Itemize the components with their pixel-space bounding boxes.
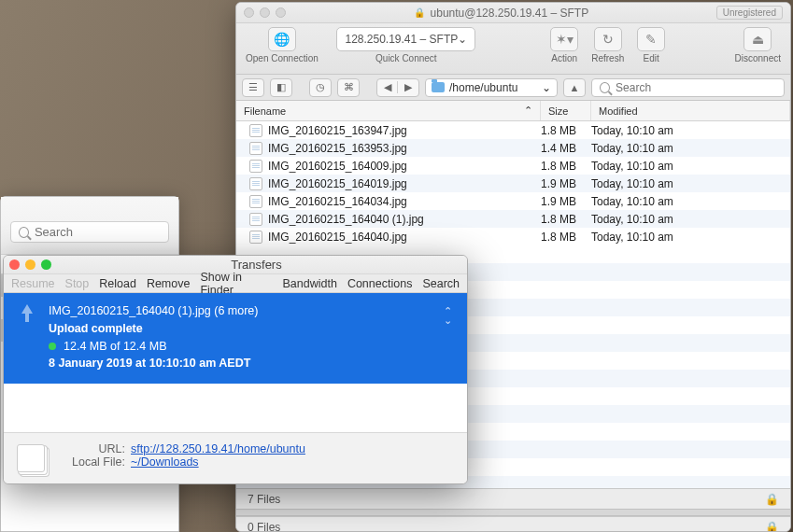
table-row[interactable]: IMG_20160215_163947.jpg1.8 MBToday, 10:1… — [236, 121, 790, 139]
gear-icon: ✶▾ — [550, 27, 578, 51]
quick-connect-select[interactable]: 128.250.19.41 – SFTP⌄ Quick Connect — [332, 27, 481, 63]
status-bar-bottom: 0 Files 🔒 — [236, 516, 790, 532]
file-size: 1.8 MB — [541, 231, 591, 244]
header-size[interactable]: Size — [541, 101, 591, 120]
file-size: 1.9 MB — [541, 195, 591, 208]
file-size: 1.8 MB — [541, 124, 591, 137]
file-modified: Today, 10:10 am — [591, 213, 790, 226]
file-modified: Today, 10:10 am — [591, 142, 790, 155]
table-row[interactable]: IMG_20160215_164034.jpg1.9 MBToday, 10:1… — [236, 192, 790, 210]
local-file-link[interactable]: ~/Downloads — [131, 455, 199, 469]
status-dot-icon — [49, 343, 56, 350]
refresh-icon: ↻ — [594, 27, 622, 51]
resume-button: Resume — [11, 277, 55, 290]
file-icon — [249, 142, 262, 155]
history-button[interactable]: ◷ — [309, 78, 332, 97]
transfer-filename: IMG_20160215_164040 (1).jpg (6 more) — [49, 302, 258, 320]
outline-view-button[interactable]: ☰ — [242, 78, 264, 97]
expand-icon[interactable]: ⌃⌄ — [444, 306, 452, 325]
transfer-item[interactable]: IMG_20160215_164040 (1).jpg (6 more) Upl… — [4, 293, 467, 384]
open-connection-button[interactable]: 🌐 Open Connection — [246, 27, 319, 63]
lock-icon: 🔒 — [414, 7, 425, 18]
search-field[interactable] — [591, 78, 785, 97]
transfer-size: 12.4 MB of 12.4 MB — [64, 338, 166, 356]
globe-icon: 🌐 — [268, 27, 296, 51]
column-view-button[interactable]: ◧ — [270, 78, 292, 97]
folder-icon — [432, 82, 445, 92]
file-icon — [249, 124, 262, 137]
file-name: IMG_20160215_164040 (1).jpg — [268, 213, 541, 226]
table-row[interactable]: IMG_20160215_164009.jpg1.8 MBToday, 10:1… — [236, 157, 790, 175]
remove-button[interactable]: Remove — [147, 277, 191, 290]
file-icon — [249, 213, 262, 226]
zoom-icon[interactable] — [276, 7, 286, 18]
header-modified[interactable]: Modified — [591, 101, 790, 120]
up-button[interactable]: ▲ — [563, 78, 586, 97]
window-title: ubuntu@128.250.19.41 – SFTP — [431, 7, 589, 20]
search-input[interactable] — [616, 81, 776, 94]
nav-back-forward[interactable]: ◀▶ — [376, 78, 419, 97]
transfers-window: Transfers Resume Stop Reload Remove Show… — [3, 255, 468, 484]
local-file-label: Local File: — [60, 455, 125, 469]
back-icon: ◀ — [377, 81, 398, 93]
search-icon — [600, 82, 610, 93]
file-name: IMG_20160215_164019.jpg — [268, 177, 541, 190]
file-modified: Today, 10:10 am — [591, 160, 790, 173]
eject-icon: ⏏ — [743, 27, 772, 51]
file-modified: Today, 10:10 am — [591, 124, 790, 137]
bandwidth-button[interactable]: Bandwidth — [283, 277, 337, 290]
minimize-icon[interactable] — [25, 259, 35, 270]
table-row[interactable]: IMG_20160215_164019.jpg1.9 MBToday, 10:1… — [236, 175, 790, 192]
titlebar[interactable]: 🔒 ubuntu@128.250.19.41 – SFTP Unregister… — [236, 3, 790, 23]
chevron-down-icon: ⌄ — [458, 33, 467, 46]
table-row[interactable]: IMG_20160215_164040.jpg1.8 MBToday, 10:1… — [236, 228, 790, 245]
close-icon[interactable] — [9, 259, 20, 270]
finder-search[interactable] — [10, 221, 169, 243]
upload-icon — [17, 304, 37, 325]
file-size: 1.8 MB — [541, 160, 591, 173]
nav-bar: ☰ ◧ ◷ ⌘ ◀▶ /home/ubuntu ⌄ ▲ — [236, 75, 790, 101]
bonjour-button[interactable]: ⌘ — [337, 78, 360, 97]
stop-button: Stop — [65, 277, 90, 290]
file-icon — [249, 231, 262, 244]
edit-button[interactable]: ✎ Edit — [637, 27, 665, 63]
split-handle[interactable] — [236, 509, 790, 516]
url-link[interactable]: sftp://128.250.19.41/home/ubuntu — [131, 442, 305, 455]
minimize-icon[interactable] — [260, 7, 270, 18]
file-size: 1.8 MB — [541, 213, 591, 226]
path-field[interactable]: /home/ubuntu ⌄ — [425, 78, 558, 97]
reload-button[interactable]: Reload — [99, 277, 136, 290]
file-icon — [249, 160, 262, 173]
zoom-icon[interactable] — [41, 259, 51, 270]
search-icon — [19, 227, 29, 238]
search-button[interactable]: Search — [422, 277, 460, 290]
file-list[interactable]: IMG_20160215_163947.jpg1.8 MBToday, 10:1… — [236, 121, 790, 245]
file-name: IMG_20160215_164009.jpg — [268, 160, 541, 173]
sort-asc-icon: ⌃ — [524, 105, 532, 117]
transfers-footer: URL:sftp://128.250.19.41/home/ubuntu Loc… — [4, 432, 467, 483]
file-icon — [249, 195, 262, 208]
table-row[interactable]: IMG_20160215_164040 (1).jpg1.8 MBToday, … — [236, 210, 790, 228]
unregistered-badge[interactable]: Unregistered — [716, 6, 783, 20]
header-filename[interactable]: Filename⌃ — [236, 101, 541, 120]
documents-icon — [17, 444, 45, 472]
chevron-down-icon: ⌄ — [542, 81, 551, 94]
finder-search-input[interactable] — [35, 225, 161, 239]
transfers-list-empty — [4, 384, 467, 432]
close-icon[interactable] — [244, 7, 254, 18]
action-button[interactable]: ✶▾ Action — [550, 27, 578, 63]
file-icon — [249, 177, 262, 190]
transfer-status: Upload complete — [49, 320, 258, 338]
lock-icon: 🔒 — [765, 493, 779, 506]
disconnect-button[interactable]: ⏏ Disconnect — [735, 27, 781, 63]
lock-icon: 🔒 — [765, 521, 779, 533]
pencil-icon: ✎ — [637, 27, 665, 51]
file-name: IMG_20160215_163947.jpg — [268, 124, 541, 137]
refresh-button[interactable]: ↻ Refresh — [591, 27, 624, 63]
file-name: IMG_20160215_164034.jpg — [268, 195, 541, 208]
file-size: 1.4 MB — [541, 142, 591, 155]
table-row[interactable]: IMG_20160215_163953.jpg1.4 MBToday, 10:1… — [236, 139, 790, 157]
connections-button[interactable]: Connections — [347, 277, 413, 290]
file-name: IMG_20160215_163953.jpg — [268, 142, 541, 155]
file-modified: Today, 10:10 am — [591, 177, 790, 190]
